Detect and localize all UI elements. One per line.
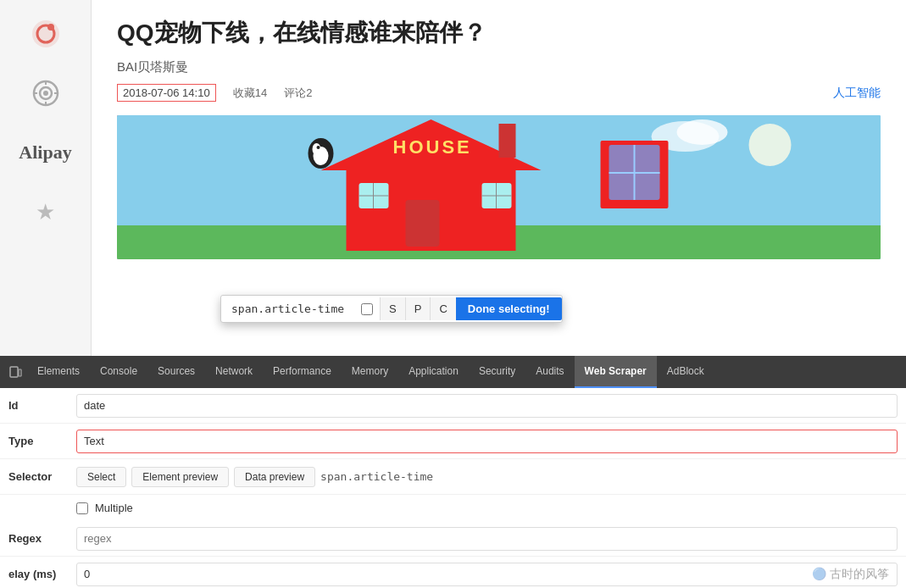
ws-selector-controls: Select Element preview Data preview span… [76,467,898,487]
ws-multiple-label: Multiple [95,502,133,514]
article-title: QQ宠物下线，在线情感谁来陪伴？ [117,17,881,49]
svg-rect-34 [10,367,18,377]
ws-delay-row: elay (ms) [0,557,906,588]
svg-point-5 [43,91,48,96]
devtools-tab-bar: Elements Console Sources Network Perform… [0,356,906,388]
tab-memory[interactable]: Memory [342,356,398,388]
ws-selector-row: Selector Select Element preview Data pre… [0,459,906,495]
ws-id-input[interactable] [76,394,898,418]
ws-id-label: Id [8,399,76,412]
svg-point-29 [677,119,728,145]
ws-selector-label: Selector [8,470,76,483]
selector-popup-s-button[interactable]: S [380,297,405,320]
selector-popup: span.article-time S P C Done selecting! [220,295,563,323]
selector-popup-text: span.article-time [221,296,354,322]
svg-text:HOUSE: HOUSE [393,136,472,158]
alipay-icon[interactable]: Alipay [29,136,63,169]
weibo-icon[interactable] [29,17,63,51]
article-image: HOUSE [117,115,881,259]
svg-rect-35 [19,369,21,376]
ws-id-row: Id [0,388,906,424]
article-comments: 评论2 [284,86,312,101]
svg-point-26 [317,146,320,149]
article-meta: 2018-07-06 14:10 收藏14 评论2 人工智能 [117,84,881,102]
tab-adblock[interactable]: AdBlock [657,356,714,388]
ws-multiple-checkbox[interactable] [76,502,88,514]
article-author: BAI贝塔斯曼 [117,59,881,75]
svg-point-27 [749,124,792,166]
article-collect: 收藏14 [233,86,267,101]
devtools-device-icon[interactable] [3,360,27,384]
tab-web-scraper[interactable]: Web Scraper [575,356,657,388]
article-tag[interactable]: 人工智能 [833,86,881,101]
tab-network[interactable]: Network [205,356,263,388]
svg-point-2 [47,24,54,31]
ws-type-row: Type [0,424,906,459]
ws-regex-row: Regex [0,521,906,557]
ws-regex-input[interactable] [76,527,898,551]
ws-element-preview-button[interactable]: Element preview [131,467,229,487]
ws-delay-label: elay (ms) [8,568,76,580]
selector-popup-c-button[interactable]: C [430,297,455,320]
tab-performance[interactable]: Performance [263,356,342,388]
svg-rect-22 [499,124,516,158]
svg-rect-14 [406,200,440,247]
star-icon[interactable]: ★ [29,195,63,229]
web-scraper-panel: Id Type Selector Select Element preview … [0,388,906,588]
ws-select-button[interactable]: Select [76,467,126,487]
ws-delay-input[interactable] [76,563,898,586]
tab-sources[interactable]: Sources [147,356,205,388]
tab-security[interactable]: Security [469,356,525,388]
ws-type-label: Type [8,435,76,447]
selector-popup-p-button[interactable]: P [405,297,431,320]
tab-console[interactable]: Console [90,356,147,388]
ws-selector-value: span.article-time [320,470,433,483]
ws-regex-label: Regex [8,532,76,545]
ws-multiple-row: Multiple [0,495,906,521]
ws-type-input[interactable] [76,430,898,453]
camera-icon[interactable] [29,76,63,110]
ws-data-preview-button[interactable]: Data preview [234,467,315,487]
article-date: 2018-07-06 14:10 [117,84,216,102]
tab-application[interactable]: Application [398,356,469,388]
tab-audits[interactable]: Audits [525,356,574,388]
tab-elements[interactable]: Elements [27,356,90,388]
svg-point-25 [313,143,321,155]
watermark: 🔵 古时的风筝 [812,567,889,582]
selector-popup-checkbox[interactable] [361,303,373,315]
selector-popup-done-button[interactable]: Done selecting! [456,297,562,320]
left-sidebar: Alipay ★ [0,0,92,356]
